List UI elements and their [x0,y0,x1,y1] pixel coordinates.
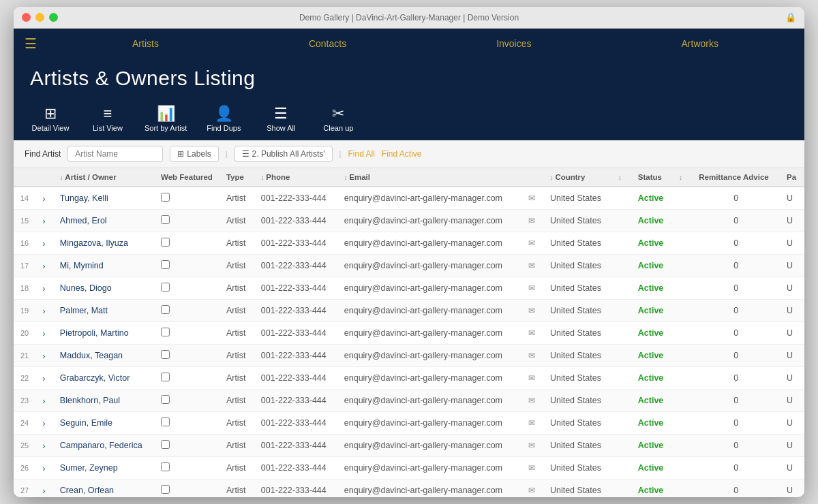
artist-name[interactable]: Nunes, Diogo [53,277,154,300]
email-icon-cell[interactable]: ✉ [518,435,543,457]
web-featured-checkbox[interactable] [154,457,219,479]
web-featured-checkbox[interactable] [154,322,219,345]
artist-email[interactable]: enquiry@davinci-art-gallery-manager.com [337,435,518,457]
web-featured-checkbox[interactable] [154,232,219,255]
find-all-link[interactable]: Find All [348,149,374,159]
artist-email[interactable]: enquiry@davinci-art-gallery-manager.com [337,479,518,498]
nav-invoices[interactable]: Invoices [491,35,536,52]
artist-name[interactable]: Tungay, Kelli [53,187,154,210]
show-all-button[interactable]: ☰ Show All [260,106,301,132]
email-icon-cell[interactable]: ✉ [518,322,543,345]
email-icon-cell[interactable]: ✉ [518,479,543,498]
web-featured-checkbox[interactable] [154,412,219,435]
list-view-button[interactable]: ≡ List View [87,106,128,132]
sort-by-artist-button[interactable]: 📊 Sort by Artist [145,106,187,132]
artist-name[interactable]: Sumer, Zeynep [53,457,154,479]
nav-artists[interactable]: Artists [127,35,164,52]
detail-view-button[interactable]: ⊞ Detail View [30,106,71,132]
labels-button[interactable]: ⊞ Labels [170,146,218,162]
email-icon-cell[interactable]: ✉ [518,210,543,232]
web-featured-checkbox[interactable] [154,479,219,498]
search-input[interactable] [67,146,163,162]
artist-email[interactable]: enquiry@davinci-art-gallery-manager.com [337,187,518,210]
artist-email[interactable]: enquiry@davinci-art-gallery-manager.com [337,457,518,479]
row-expand[interactable]: › [35,187,53,210]
find-active-link[interactable]: Find Active [382,149,422,159]
row-expand[interactable]: › [35,345,53,367]
maximize-button[interactable] [49,13,58,22]
clean-up-button[interactable]: ✂ Clean up [318,106,359,132]
col-artist-owner[interactable]: ↕Artist / Owner [53,168,154,187]
col-num[interactable] [14,168,35,187]
hamburger-menu[interactable]: ☰ [25,35,37,52]
web-featured-checkbox[interactable] [154,277,219,300]
row-expand[interactable]: › [35,232,53,255]
email-icon-cell[interactable]: ✉ [518,255,543,277]
row-expand[interactable]: › [35,300,53,322]
email-icon-cell[interactable]: ✉ [518,232,543,255]
artist-name[interactable]: Grabarczyk, Victor [53,367,154,390]
artist-name[interactable]: Maddux, Teagan [53,345,154,367]
row-expand[interactable]: › [35,457,53,479]
artist-email[interactable]: enquiry@davinci-art-gallery-manager.com [337,232,518,255]
row-expand[interactable]: › [35,435,53,457]
email-icon-cell[interactable]: ✉ [518,277,543,300]
col-email[interactable]: ↕Email [337,168,518,187]
col-pa[interactable]: Pa [780,168,804,187]
artist-name[interactable]: Ahmed, Erol [53,210,154,232]
email-icon-cell[interactable]: ✉ [518,412,543,435]
artist-name[interactable]: Blenkhorn, Paul [53,390,154,412]
row-expand[interactable]: › [35,322,53,345]
artist-name[interactable]: Mingazova, Ilyuza [53,232,154,255]
col-web-featured[interactable]: Web Featured [154,168,219,187]
web-featured-checkbox[interactable] [154,210,219,232]
artist-name[interactable]: Mi, Mymind [53,255,154,277]
row-expand[interactable]: › [35,367,53,390]
web-featured-checkbox[interactable] [154,345,219,367]
web-featured-checkbox[interactable] [154,300,219,322]
publish-all-artists-button[interactable]: ☰ 2. Publish All Artists' [234,146,333,162]
col-phone[interactable]: ↕Phone [254,168,337,187]
artist-email[interactable]: enquiry@davinci-art-gallery-manager.com [337,300,518,322]
minimize-button[interactable] [35,13,44,22]
col-status-sort[interactable]: ↕ [611,168,631,187]
web-featured-checkbox[interactable] [154,435,219,457]
col-country[interactable]: ↕Country [543,168,611,187]
find-dups-button[interactable]: 👤 Find Dups [203,106,244,132]
artist-name[interactable]: Crean, Orfean [53,479,154,498]
col-type[interactable]: Type [219,168,254,187]
close-button[interactable] [22,13,31,22]
col-expand[interactable] [35,168,53,187]
artist-email[interactable]: enquiry@davinci-art-gallery-manager.com [337,210,518,232]
row-expand[interactable]: › [35,479,53,498]
nav-artworks[interactable]: Artworks [676,35,724,52]
col-remittance[interactable]: Remittance Advice [692,168,780,187]
nav-contacts[interactable]: Contacts [303,35,352,52]
web-featured-checkbox[interactable] [154,187,219,210]
email-icon-cell[interactable]: ✉ [518,367,543,390]
artist-email[interactable]: enquiry@davinci-art-gallery-manager.com [337,390,518,412]
row-expand[interactable]: › [35,412,53,435]
col-status[interactable]: Status [631,168,673,187]
artist-name[interactable]: Seguin, Emile [53,412,154,435]
row-expand[interactable]: › [35,277,53,300]
email-icon-cell[interactable]: ✉ [518,187,543,210]
row-expand[interactable]: › [35,255,53,277]
email-icon-cell[interactable]: ✉ [518,457,543,479]
artist-email[interactable]: enquiry@davinci-art-gallery-manager.com [337,322,518,345]
artist-name[interactable]: Campanaro, Federica [53,435,154,457]
artist-name[interactable]: Pietropoli, Martino [53,322,154,345]
artist-email[interactable]: enquiry@davinci-art-gallery-manager.com [337,277,518,300]
web-featured-checkbox[interactable] [154,255,219,277]
artist-email[interactable]: enquiry@davinci-art-gallery-manager.com [337,367,518,390]
row-expand[interactable]: › [35,390,53,412]
row-expand[interactable]: › [35,210,53,232]
window-controls[interactable] [22,13,58,22]
email-icon-cell[interactable]: ✉ [518,300,543,322]
email-icon-cell[interactable]: ✉ [518,390,543,412]
artist-email[interactable]: enquiry@davinci-art-gallery-manager.com [337,412,518,435]
web-featured-checkbox[interactable] [154,367,219,390]
artist-email[interactable]: enquiry@davinci-art-gallery-manager.com [337,345,518,367]
col-remittance-sort[interactable]: ↕ [672,168,692,187]
artist-name[interactable]: Palmer, Matt [53,300,154,322]
